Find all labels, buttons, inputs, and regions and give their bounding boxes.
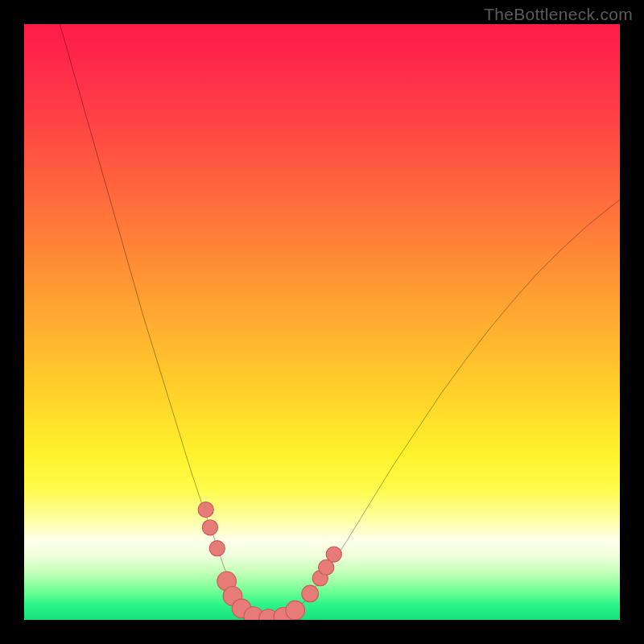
- curve-marker: [286, 601, 305, 620]
- watermark-text: TheBottleneck.com: [484, 5, 633, 24]
- curve-marker: [198, 502, 213, 517]
- bottleneck-curve: [60, 24, 620, 620]
- curve-marker: [302, 585, 319, 602]
- curve-markers: [198, 502, 341, 620]
- curve-marker: [202, 520, 217, 535]
- curve-marker: [326, 547, 341, 562]
- curve-marker: [209, 541, 225, 556]
- curve-layer: [24, 24, 620, 620]
- chart-frame: TheBottleneck.com: [0, 0, 644, 644]
- plot-area: [24, 24, 620, 620]
